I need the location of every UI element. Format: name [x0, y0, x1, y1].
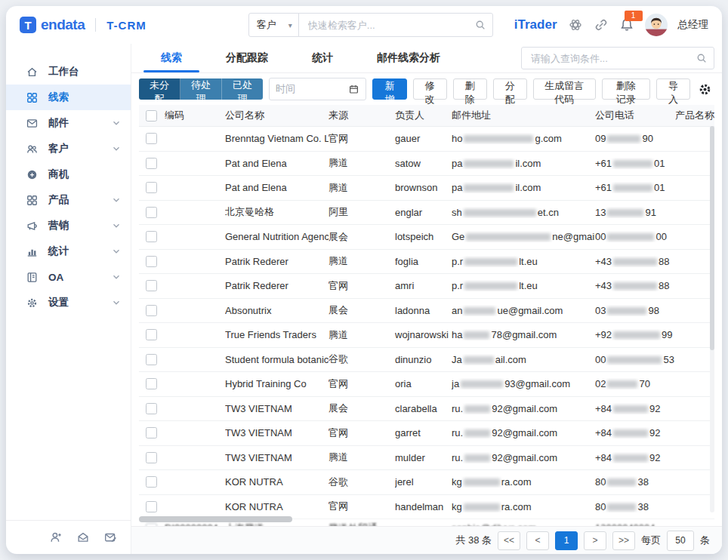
- pagination-last-button[interactable]: >>: [612, 531, 635, 550]
- table-row[interactable]: Hybrid Training Co官网oriaja93@gmail.com02…: [139, 372, 714, 397]
- filter-button[interactable]: 已处理: [222, 78, 263, 100]
- table-row[interactable]: True Friends Traders腾道wojnarowskiha78@gm…: [139, 323, 714, 348]
- delete-record-button[interactable]: 删除记录: [602, 78, 650, 100]
- table-row[interactable]: TW3 VIETNAM展会clarabellaru.92@gmail.com+8…: [139, 397, 714, 422]
- row-checkbox[interactable]: [146, 305, 157, 316]
- page-size-select[interactable]: 50: [667, 531, 694, 551]
- table-row[interactable]: Patrik Rederer腾道fogliap.rlt.eu+4388: [139, 250, 714, 275]
- search-icon[interactable]: [475, 20, 486, 31]
- sidebar-item-products[interactable]: 产品: [6, 187, 131, 213]
- row-checkbox[interactable]: [146, 158, 157, 169]
- assign-button[interactable]: 分配: [493, 78, 527, 100]
- product-icon: [26, 194, 39, 207]
- query-search-input[interactable]: [529, 52, 696, 65]
- redacted-text: [464, 209, 536, 217]
- redacted-text: [613, 429, 648, 437]
- logo-brand-text: endata: [41, 17, 85, 33]
- pagination-prev-button[interactable]: <: [526, 531, 549, 550]
- tab-leads[interactable]: 线索: [139, 44, 204, 72]
- table-row[interactable]: TW3 VIETNAM官网garretru.92@gmail.com+8492: [139, 421, 714, 446]
- sidebar-item-stats[interactable]: 统计: [6, 238, 131, 264]
- pagination-page-1-button[interactable]: 1: [555, 531, 578, 550]
- sidebar-item-customers[interactable]: 客户: [6, 136, 131, 162]
- cell-company: KOR NUTRA: [225, 476, 329, 488]
- row-checkbox[interactable]: [146, 231, 157, 242]
- import-button[interactable]: 导入: [656, 78, 690, 100]
- quick-search-input[interactable]: [307, 19, 475, 32]
- pagination-next-button[interactable]: >: [584, 531, 606, 550]
- search-category-select[interactable]: 客户 ▾: [248, 13, 299, 37]
- add-button[interactable]: 新增: [372, 78, 406, 100]
- table-row[interactable]: 北京曼哈格阿里englarshet.cn1391: [139, 201, 714, 226]
- vertical-scrollbar[interactable]: [710, 126, 714, 512]
- horizontal-scrollbar-thumb[interactable]: [139, 516, 292, 522]
- toolbar: 未分配待处理已处理 时间 新增修改删除分配生成留言代码删除记录导入: [131, 73, 722, 105]
- sidebar-item-marketing[interactable]: 营销: [6, 213, 131, 238]
- select-all-checkbox[interactable]: [146, 110, 157, 122]
- tab-statistics[interactable]: 统计: [290, 44, 355, 72]
- filter-button[interactable]: 未分配: [139, 78, 180, 100]
- table-row[interactable]: KOR NUTRA谷歌jerelkgra.com8038: [139, 470, 714, 495]
- cell-owner: satow: [395, 158, 452, 169]
- tab-mail-lead-analysis[interactable]: 邮件线索分析: [355, 44, 462, 72]
- row-checkbox[interactable]: [146, 476, 157, 488]
- row-checkbox[interactable]: [146, 501, 157, 512]
- table-row[interactable]: Student formula botanica谷歌dinunzioJaail.…: [139, 348, 714, 373]
- inbox-icon[interactable]: [76, 531, 90, 544]
- table-row[interactable]: Pat and Elena腾道satowpail.com+6101: [139, 152, 714, 177]
- redacted-text: [464, 307, 495, 315]
- crm-window: T endata T-CRM 客户 ▾ iTrader: [6, 6, 722, 554]
- notification-bell-icon[interactable]: 1: [619, 17, 634, 32]
- avatar[interactable]: [645, 14, 668, 36]
- pagination-first-button[interactable]: <<: [498, 531, 520, 550]
- vertical-scrollbar-thumb[interactable]: [710, 126, 714, 350]
- add-contact-icon[interactable]: [49, 531, 63, 544]
- row-checkbox[interactable]: [146, 256, 157, 267]
- row-checkbox[interactable]: [146, 329, 157, 340]
- itrader-link[interactable]: iTrader: [514, 17, 557, 32]
- table-settings-gear-icon[interactable]: [696, 78, 714, 100]
- sidebar-item-label: 统计: [48, 245, 69, 258]
- row-checkbox[interactable]: [146, 354, 157, 365]
- gen-message-code-button[interactable]: 生成留言代码: [533, 78, 596, 100]
- redacted-text: [464, 429, 490, 437]
- cell-source: 腾道: [329, 181, 395, 195]
- row-checkbox[interactable]: [146, 523, 157, 526]
- row-checkbox[interactable]: [146, 427, 157, 438]
- edit-button[interactable]: 修改: [413, 78, 447, 100]
- cell-phone: 0053: [595, 354, 675, 365]
- redacted-text: [607, 356, 662, 364]
- table-row[interactable]: Patrik Rederer官网amrip.rlt.eu+4388: [139, 274, 714, 299]
- row-checkbox[interactable]: [146, 182, 157, 193]
- sidebar-item-oa[interactable]: OA: [6, 264, 131, 290]
- table-row[interactable]: Pat and Elena腾道brownsonpail.com+6101: [139, 176, 714, 201]
- link-icon[interactable]: [594, 17, 609, 32]
- table-row[interactable]: General Nutrition Agency ...展会lotspeichG…: [139, 225, 714, 250]
- sidebar-item-workbench[interactable]: 工作台: [6, 59, 131, 85]
- cell-phone: 0000: [595, 231, 675, 242]
- redacted-text: [464, 331, 489, 339]
- table-row[interactable]: TW3 VIETNAM腾道mulderru.92@gmail.com+8492: [139, 446, 714, 471]
- delete-button[interactable]: 删除: [453, 78, 487, 100]
- time-filter[interactable]: 时间: [269, 78, 367, 100]
- tab-assign-tracking[interactable]: 分配跟踪: [204, 44, 290, 72]
- compose-mail-icon[interactable]: [103, 531, 117, 544]
- redacted-text: [607, 380, 637, 388]
- filter-button[interactable]: 待处理: [180, 78, 222, 100]
- row-checkbox[interactable]: [146, 452, 157, 463]
- sidebar-item-opportunity[interactable]: 商机: [6, 162, 131, 187]
- row-checkbox[interactable]: [146, 133, 157, 144]
- sidebar-item-mail[interactable]: 邮件: [6, 110, 131, 136]
- row-checkbox[interactable]: [146, 378, 157, 389]
- search-icon[interactable]: [696, 53, 708, 64]
- sidebar-item-leads[interactable]: 线索: [6, 85, 131, 110]
- row-checkbox[interactable]: [146, 280, 157, 291]
- cell-phone: 0270: [595, 378, 675, 389]
- row-checkbox[interactable]: [146, 207, 157, 218]
- sidebar-item-settings[interactable]: 设置: [6, 290, 131, 315]
- table-row[interactable]: Brenntag Vietnam Co. LTD官网gauerhog.com09…: [139, 127, 714, 152]
- row-checkbox[interactable]: [146, 403, 157, 414]
- table-row[interactable]: Absonutrix展会ladonnaanue@gmail.com0398: [139, 299, 714, 324]
- cell-source: 官网: [329, 279, 395, 293]
- ai-assistant-icon[interactable]: [568, 17, 583, 32]
